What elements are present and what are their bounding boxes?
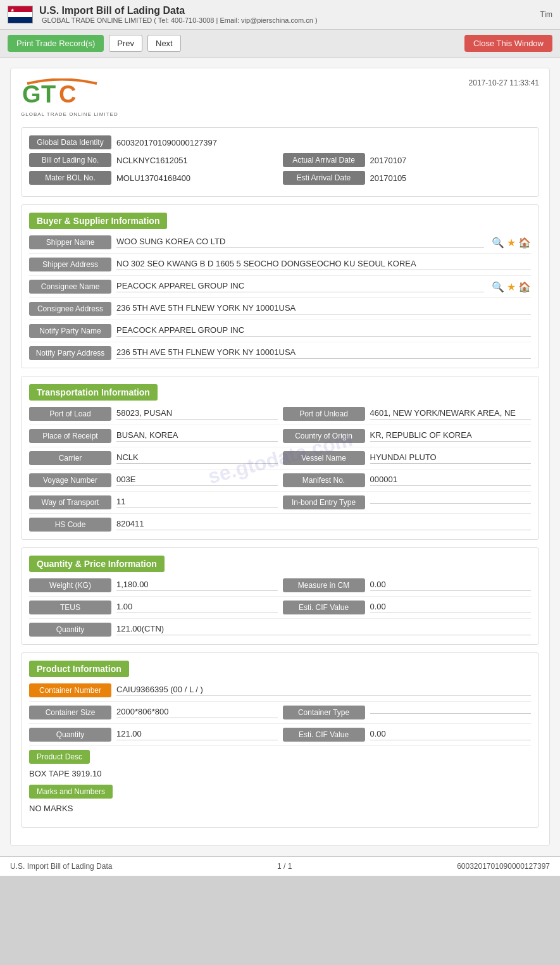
prev-button[interactable]: Prev xyxy=(109,35,142,52)
vessel-name-value: HYUNDAI PLUTO xyxy=(370,452,532,464)
master-bol-row: Mater BOL No. MOLU13704168400 Esti Arriv… xyxy=(29,171,531,185)
way-of-transport-pair: Way of Transport 11 xyxy=(29,495,278,509)
consignee-name-label: Consignee Name xyxy=(29,280,111,294)
container-size-value: 2000*806*800 xyxy=(116,707,278,718)
country-of-origin-pair: Country of Origin KR, REPUBLIC OF KOREA xyxy=(283,429,532,443)
quantity-price-section: Quantity & Price Information Weight (KG)… xyxy=(21,547,539,645)
shipper-address-row: Shipper Address NO 302 SEO KWANG B D 160… xyxy=(29,258,531,276)
global-data-id-value: 6003201701090000127397 xyxy=(116,138,531,147)
teus-pair: TEUS 1.00 xyxy=(29,601,278,614)
teus-value: 1.00 xyxy=(116,602,278,613)
voyage-row: Voyage Number 003E Manifest No. 000001 xyxy=(29,473,531,492)
teus-row: TEUS 1.00 Esti. CIF Value 0.00 xyxy=(29,601,531,619)
consignee-name-value: PEACOCK APPAREL GROUP INC xyxy=(116,281,484,292)
container-size-label: Container Size xyxy=(29,706,111,719)
transport-row: Way of Transport 11 In-bond Entry Type xyxy=(29,495,531,514)
manifest-no-value: 000001 xyxy=(370,475,532,486)
teus-label: TEUS xyxy=(29,601,111,614)
way-of-transport-label: Way of Transport xyxy=(29,495,111,509)
way-of-transport-value: 11 xyxy=(116,497,278,508)
quantity-price-header: Quantity & Price Information xyxy=(29,556,165,572)
document-card: G T C GLOBAL TRADE ONLINE LIMITED 2017-1… xyxy=(10,68,550,846)
receipt-row: Place of Receipt BUSAN, KOREA Country of… xyxy=(29,429,531,447)
master-bol-pair: Mater BOL No. MOLU13704168400 xyxy=(29,171,278,185)
doc-header: G T C GLOBAL TRADE ONLINE LIMITED 2017-1… xyxy=(21,78,539,117)
product-quantity-pair: Quantity 121.00 xyxy=(29,728,278,742)
consignee-address-value: 236 5TH AVE 5TH FLNEW YORK NY 10001USA xyxy=(116,303,531,314)
port-of-load-value: 58023, PUSAN xyxy=(116,408,278,420)
close-button[interactable]: Close This Window xyxy=(464,35,552,52)
actual-arrival-label: Actual Arrival Date xyxy=(283,153,365,167)
buyer-supplier-header: Buyer & Supplier Information xyxy=(29,213,167,229)
marks-numbers-label: Marks and Numbers xyxy=(29,785,113,799)
product-quantity-label: Quantity xyxy=(29,728,111,742)
hs-code-row: HS Code 820411 xyxy=(29,518,531,532)
container-number-label: Container Number xyxy=(29,683,111,697)
port-of-unload-value: 4601, NEW YORK/NEWARK AREA, NE xyxy=(370,408,532,420)
bol-pair: Bill of Lading No. NCLKNYC1612051 xyxy=(29,153,278,167)
voyage-number-label: Voyage Number xyxy=(29,473,111,487)
shipper-address-value: NO 302 SEO KWANG B D 1605 5 SEOCHO DONGS… xyxy=(116,259,531,270)
notify-party-address-label: Notify Party Address xyxy=(29,346,111,360)
carrier-pair: Carrier NCLK xyxy=(29,451,278,465)
top-bar: U.S. Import Bill of Lading Data GLOBAL T… xyxy=(0,0,560,30)
voyage-number-pair: Voyage Number 003E xyxy=(29,473,278,487)
flag-icon xyxy=(8,6,33,23)
port-of-load-label: Port of Load xyxy=(29,407,111,421)
product-quantity-row: Quantity 121.00 Esti. CIF Value 0.00 xyxy=(29,728,531,746)
print-button[interactable]: Print Trade Record(s) xyxy=(8,35,104,52)
country-of-origin-value: KR, REPUBLIC OF KOREA xyxy=(370,430,532,442)
logo: G T C xyxy=(21,78,118,110)
product-desc-value: BOX TAPE 3919.10 xyxy=(29,766,531,781)
container-number-value: CAIU9366395 (00 / L / ) xyxy=(116,685,531,696)
notify-party-address-row: Notify Party Address 236 5TH AVE 5TH FLN… xyxy=(29,346,531,360)
hs-code-value: 820411 xyxy=(116,519,531,530)
svg-text:G: G xyxy=(22,81,41,108)
quantity-row: Quantity 121.00(CTN) xyxy=(29,623,531,637)
notify-party-name-label: Notify Party Name xyxy=(29,324,111,338)
esti-cif-pair: Esti. CIF Value 0.00 xyxy=(283,601,532,614)
marks-numbers-value: NO MARKS xyxy=(29,801,531,816)
container-size-row: Container Size 2000*806*800 Container Ty… xyxy=(29,706,531,724)
logo-svg: G T C xyxy=(21,78,103,110)
esti-cif-value: 0.00 xyxy=(370,602,532,613)
notify-party-address-value: 236 5TH AVE 5TH FLNEW YORK NY 10001USA xyxy=(116,347,531,359)
footer-left: U.S. Import Bill of Lading Data xyxy=(10,862,112,871)
place-of-receipt-value: BUSAN, KOREA xyxy=(116,430,278,442)
shipper-star-icon[interactable]: ★ xyxy=(507,237,516,249)
notify-party-name-row: Notify Party Name PEACOCK APPAREL GROUP … xyxy=(29,324,531,342)
consignee-star-icon[interactable]: ★ xyxy=(507,281,516,293)
in-bond-entry-value xyxy=(370,502,532,504)
shipper-home-icon[interactable]: 🏠 xyxy=(518,237,531,249)
actual-arrival-pair: Actual Arrival Date 20170107 xyxy=(283,153,532,167)
container-number-row: Container Number CAIU9366395 (00 / L / ) xyxy=(29,683,531,702)
app-subtitle: GLOBAL TRADE ONLINE LIMITED ( Tel: 400-7… xyxy=(42,16,318,24)
shipper-search-icon[interactable]: 🔍 xyxy=(492,237,504,249)
shipper-address-label: Shipper Address xyxy=(29,258,111,271)
doc-footer: U.S. Import Bill of Lading Data 1 / 1 60… xyxy=(0,856,560,876)
measure-in-cm-label: Measure in CM xyxy=(283,578,365,592)
svg-text:T: T xyxy=(41,81,56,108)
product-info-section: Product Information Container Number CAI… xyxy=(21,652,539,828)
in-bond-entry-pair: In-bond Entry Type xyxy=(283,495,532,509)
hs-code-label: HS Code xyxy=(29,518,111,532)
quantity-value: 121.00(CTN) xyxy=(116,624,531,635)
port-of-unload-label: Port of Unload xyxy=(283,407,365,421)
consignee-search-icon[interactable]: 🔍 xyxy=(492,281,504,293)
product-esti-cif-value: 0.00 xyxy=(370,729,532,740)
product-quantity-value: 121.00 xyxy=(116,729,278,740)
carrier-row: Carrier NCLK Vessel Name HYUNDAI PLUTO xyxy=(29,451,531,470)
svg-text:C: C xyxy=(59,81,76,108)
esti-cif-label: Esti. CIF Value xyxy=(283,601,365,614)
bol-no-value: NCLKNYC1612051 xyxy=(116,156,278,165)
voyage-number-value: 003E xyxy=(116,475,278,486)
consignee-name-icons: 🔍 ★ 🏠 xyxy=(492,281,531,293)
vessel-name-label: Vessel Name xyxy=(283,451,365,465)
footer-center: 1 / 1 xyxy=(277,862,292,871)
actual-arrival-value: 20170107 xyxy=(370,156,532,165)
manifest-no-pair: Manifest No. 000001 xyxy=(283,473,532,487)
consignee-address-label: Consignee Address xyxy=(29,302,111,316)
next-button[interactable]: Next xyxy=(147,35,181,52)
master-bol-value: MOLU13704168400 xyxy=(116,173,278,183)
consignee-home-icon[interactable]: 🏠 xyxy=(518,281,531,293)
